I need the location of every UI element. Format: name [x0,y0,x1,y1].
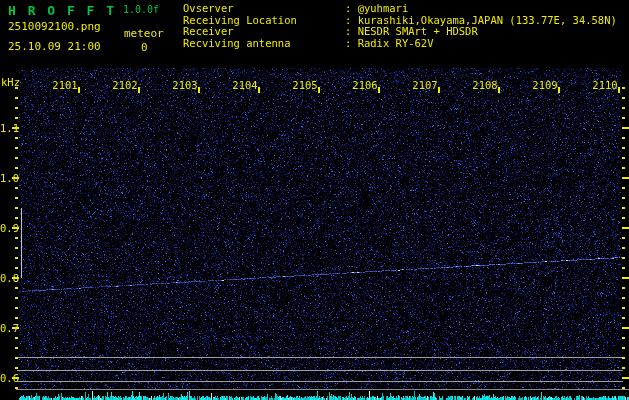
freq-tick-label: 0.9 [0,222,12,234]
freq-tick-label: 0.8 [0,272,12,284]
app-title: H R O F F T [8,3,116,18]
output-filename: 2510092100.png [8,20,101,33]
info-value: : @yuhmari [345,3,408,15]
spectrogram-canvas [0,0,629,400]
hrofft-window: H R O F F T 1.0.0f 2510092100.png 25.10.… [0,0,629,400]
app-version: 1.0.0f [123,4,159,15]
time-tick-label: 2107 [408,79,442,91]
meteor-count: 0 [141,41,148,54]
info-label: Ovserver [183,3,345,15]
freq-unit-label: kHz [1,76,20,88]
freq-tick-label: 0.7 [0,322,12,334]
info-value: : Radix RY-62V [345,38,434,50]
time-tick-label: 2101 [48,79,82,91]
freq-tick-label: 1.0 [0,172,12,184]
observation-datetime: 25.10.09 21:00 [8,40,101,53]
time-tick-label: 2105 [288,79,322,91]
time-tick-label: 2109 [528,79,562,91]
time-tick-label: 2103 [168,79,202,91]
info-label: Recviving antenna [183,38,345,50]
freq-tick-label: 0.6 [0,372,12,384]
station-info-row: Recviving antenna: Radix RY-62V [183,38,617,50]
observation-mode: meteor [124,27,164,40]
time-tick-label: 2104 [228,79,262,91]
time-tick-label: 2108 [468,79,502,91]
freq-tick-label: 1.1 [0,122,12,134]
time-tick-label: 2106 [348,79,382,91]
station-info-row: Ovserver: @yuhmari [183,3,617,15]
time-tick-label: 2110 [588,79,622,91]
station-info-block: Ovserver: @yuhmariReceiving Location: ku… [183,3,617,50]
time-tick-label: 2102 [108,79,142,91]
